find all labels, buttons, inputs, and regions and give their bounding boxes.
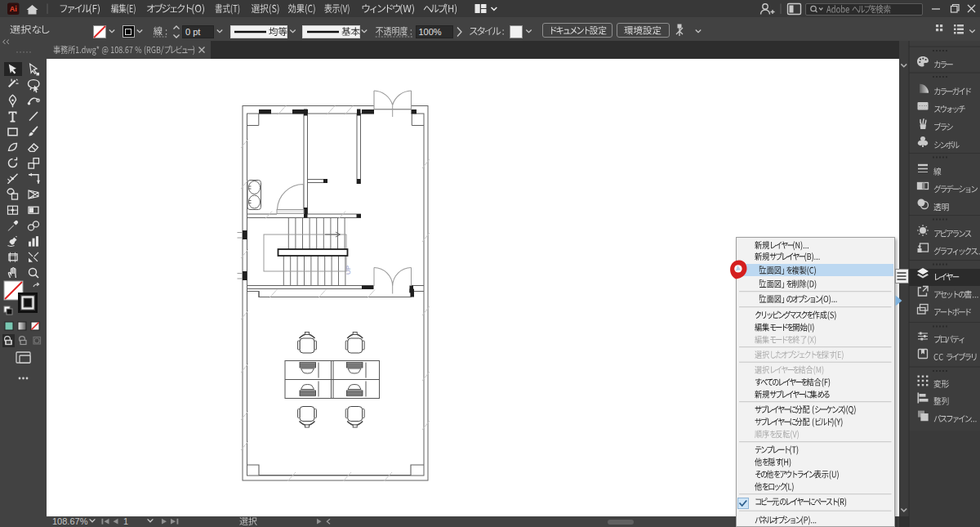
- svg-text:0 pt: 0 pt: [185, 27, 200, 37]
- svg-text:100%: 100%: [419, 27, 442, 37]
- svg-text:UP: UP: [345, 266, 352, 275]
- svg-text:1: 1: [123, 516, 128, 526]
- svg-text:Ai: Ai: [10, 5, 17, 13]
- svg-text:108.67%: 108.67%: [52, 516, 88, 526]
